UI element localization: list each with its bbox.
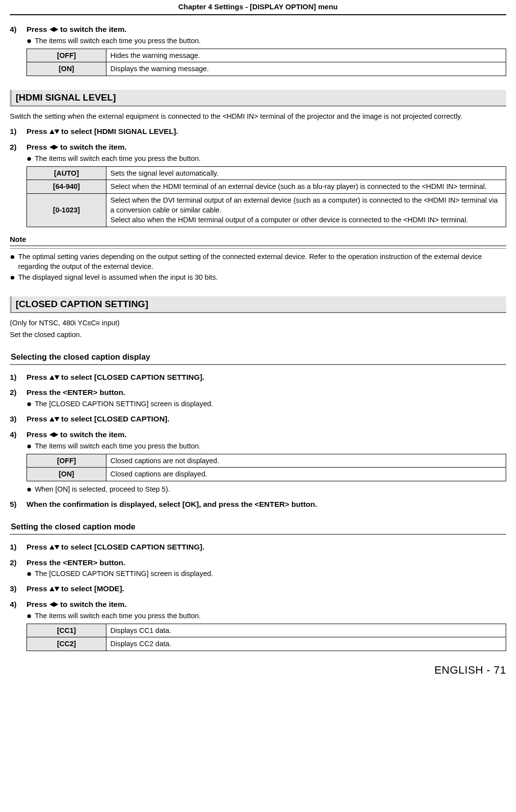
sub-bullet: ● The items will switch each time you pr…	[26, 154, 506, 163]
subsection-heading-mode: Setting the closed caption mode	[10, 520, 506, 535]
table-row: [CC1] Displays CC1 data.	[27, 624, 506, 637]
text-fragment: Press	[26, 415, 50, 423]
note-divider	[10, 245, 506, 249]
text-fragment: to switch the item.	[58, 430, 127, 439]
step-text: Press to switch the item.	[26, 24, 127, 35]
text-fragment: to switch the item.	[58, 25, 127, 33]
step-4: 4) Press to switch the item.	[10, 429, 506, 440]
option-desc: Select when the DVI terminal output of a…	[106, 193, 506, 227]
left-right-arrows-icon	[50, 430, 58, 439]
bullet-text: When [ON] is selected, proceed to Step 5…	[35, 484, 170, 494]
bullet-text: The items will switch each time you pres…	[35, 611, 201, 621]
text-fragment: C	[91, 319, 96, 327]
option-label: [CC2]	[27, 637, 106, 651]
step-number: 3)	[10, 583, 26, 594]
table-row: [OFF] Closed captions are not displayed.	[27, 454, 506, 468]
sub-bullet: ● The [CLOSED CAPTION SETTING] screen is…	[26, 569, 506, 578]
text-fragment: input)	[100, 319, 120, 327]
step-number: 2)	[10, 557, 26, 568]
table-row: [64-940] Select when the HDMI terminal o…	[27, 180, 506, 193]
text-fragment: to select [HDMI SIGNAL LEVEL].	[59, 127, 179, 135]
table-row: [ON] Displays the warning message.	[27, 62, 506, 76]
bullet-dot-icon: ●	[10, 272, 15, 282]
step-text: Press to select [CLOSED CAPTION SETTING]…	[26, 542, 205, 552]
subsection-heading-select: Selecting the closed caption display	[10, 350, 506, 365]
section-heading-hdmi: [HDMI SIGNAL LEVEL]	[10, 90, 506, 107]
bullet-dot-icon: ●	[26, 484, 32, 494]
step-5: 5) When the confirmation is displayed, s…	[10, 499, 506, 510]
sub-bullet: ● When [ON] is selected, proceed to Step…	[26, 484, 506, 494]
bullet-dot-icon: ●	[26, 154, 32, 163]
option-label: [ON]	[27, 468, 106, 481]
text-subscript: B	[87, 320, 91, 326]
text-fragment: to switch the item.	[58, 600, 127, 608]
step-number: 1)	[10, 542, 26, 552]
step-1: 1) Press to select [CLOSED CAPTION SETTI…	[10, 372, 506, 383]
step-3: 3) Press to select [CLOSED CAPTION].	[10, 414, 506, 424]
text-fragment: Press	[26, 127, 50, 135]
bullet-text: The items will switch each time you pres…	[35, 154, 201, 163]
bullet-text: The [CLOSED CAPTION SETTING] screen is d…	[35, 399, 213, 409]
text-fragment: to select [CLOSED CAPTION].	[59, 415, 170, 423]
step-3: 3) Press to select [MODE].	[10, 583, 506, 594]
option-desc: Displays the warning message.	[106, 62, 506, 76]
step-4: 4) Press to switch the item.	[10, 24, 506, 35]
sub-bullet: ● The items will switch each time you pr…	[26, 36, 506, 46]
step-text: Press to switch the item.	[26, 599, 127, 610]
option-desc: Hides the warning message.	[106, 49, 506, 62]
step-number: 4)	[10, 599, 26, 610]
text-fragment: Press	[26, 584, 50, 593]
bullet-text: The [CLOSED CAPTION SETTING] screen is d…	[35, 569, 213, 578]
page-footer: ENGLISH - 71	[10, 663, 506, 678]
step-text: Press to select [HDMI SIGNAL LEVEL].	[26, 126, 178, 137]
step-number: 4)	[10, 24, 26, 35]
step-text: Press the <ENTER> button.	[26, 387, 126, 398]
bullet-dot-icon: ●	[26, 399, 32, 409]
step-text: Press the <ENTER> button.	[26, 557, 126, 568]
step-text: When the confirmation is displayed, sele…	[26, 499, 317, 510]
option-label: [0-1023]	[27, 193, 106, 227]
text-fragment: Press	[26, 373, 50, 381]
note-text: The displayed signal level is assumed wh…	[18, 272, 218, 282]
option-desc: Displays CC1 data.	[106, 624, 506, 637]
note-bullet: ● The optimal setting varies depending o…	[10, 252, 506, 272]
settings-table-cc-mode: [CC1] Displays CC1 data. [CC2] Displays …	[26, 624, 506, 651]
text-fragment: to switch the item.	[58, 143, 127, 151]
text-fragment: to select [CLOSED CAPTION SETTING].	[59, 373, 205, 381]
bullet-text: The items will switch each time you pres…	[35, 441, 201, 451]
bullet-dot-icon: ●	[26, 36, 32, 46]
option-label: [64-940]	[27, 180, 106, 193]
left-right-arrows-icon	[50, 600, 58, 608]
text-fragment: Press	[26, 430, 50, 439]
text-fragment: Press	[26, 543, 50, 551]
step-text: Press to select [CLOSED CAPTION].	[26, 414, 169, 424]
up-down-arrows-icon	[50, 543, 59, 551]
sub-bullet: ● The items will switch each time you pr…	[26, 441, 506, 451]
step-number: 2)	[10, 142, 26, 153]
bullet-dot-icon: ●	[26, 441, 32, 451]
left-right-arrows-icon	[50, 143, 58, 151]
section-subtitle-2: Set the closed caption.	[10, 330, 506, 340]
table-row: [CC2] Displays CC2 data.	[27, 637, 506, 651]
left-right-arrows-icon	[50, 25, 58, 33]
step-text: Press to switch the item.	[26, 429, 127, 440]
option-desc: Displays CC2 data.	[106, 637, 506, 651]
text-fragment: Press	[26, 25, 50, 33]
step-2: 2) Press the <ENTER> button.	[10, 557, 506, 568]
section-subtitle: (Only for NTSC, 480i YCBCR input)	[10, 318, 506, 328]
option-desc: Sets the signal level automatically.	[106, 167, 506, 180]
up-down-arrows-icon	[50, 584, 59, 593]
option-desc: Closed captions are not displayed.	[106, 454, 506, 468]
bullet-dot-icon: ●	[26, 569, 32, 578]
option-label: [OFF]	[27, 454, 106, 468]
bullet-dot-icon: ●	[26, 611, 32, 621]
text-fragment: (Only for NTSC, 480i YC	[10, 319, 87, 327]
bullet-text: The items will switch each time you pres…	[35, 36, 201, 46]
section-heading-cc: [CLOSED CAPTION SETTING]	[10, 296, 506, 314]
step-number: 1)	[10, 126, 26, 137]
step-number: 2)	[10, 387, 26, 398]
up-down-arrows-icon	[50, 373, 59, 381]
step-number: 4)	[10, 429, 26, 440]
step-number: 5)	[10, 499, 26, 510]
step-1: 1) Press to select [HDMI SIGNAL LEVEL].	[10, 126, 506, 137]
